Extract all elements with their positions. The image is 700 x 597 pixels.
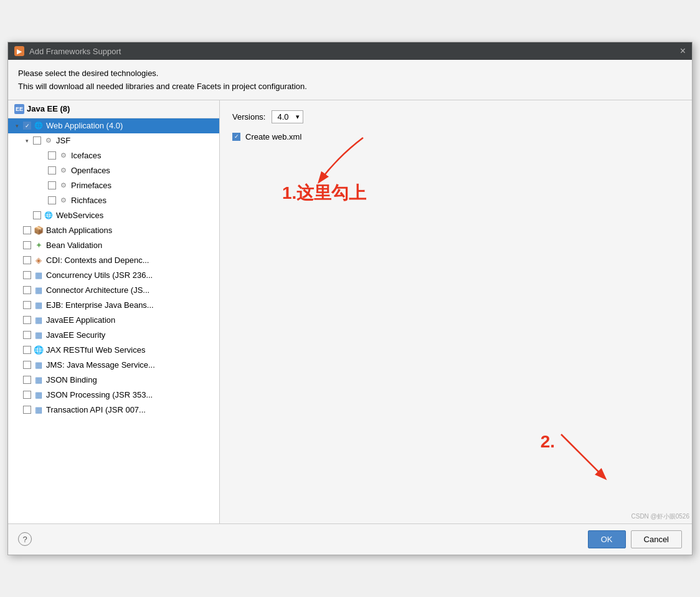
checkbox-jax-rest[interactable]	[23, 346, 31, 354]
item-label-openfaces: Openfaces	[71, 166, 110, 175]
checkbox-web-app[interactable]	[23, 122, 31, 130]
item-label-bean-val: Bean Validation	[46, 241, 102, 250]
tree-item-primefaces[interactable]: ▾ ⚙ Primefaces	[8, 178, 219, 193]
description-line2: This will download all needed libraries …	[18, 80, 682, 93]
icefaces-icon: ⚙	[59, 151, 69, 161]
checkbox-cdi[interactable]	[23, 256, 31, 264]
version-row: Versions: 4.0 3.1 3.0 2.5	[232, 110, 679, 123]
tree-item-connector[interactable]: ▾ ▦ Connector Architecture (JS...	[8, 283, 219, 298]
checkbox-javaee-app[interactable]	[23, 316, 31, 324]
item-label-javaee-sec: JavaEE Security	[46, 330, 105, 340]
json-bind-icon: ▦	[34, 375, 44, 385]
checkbox-json-proc[interactable]	[23, 391, 31, 399]
batch-icon: 📦	[34, 226, 44, 236]
item-label-cdi: CDI: Contexts and Depenc...	[46, 256, 149, 265]
tree-item-bean-val[interactable]: ▾ ✦ Bean Validation	[8, 238, 219, 253]
app-icon: ▶	[14, 46, 24, 56]
richfaces-icon: ⚙	[59, 196, 69, 206]
description-line1: Please select the desired technologies.	[18, 67, 682, 80]
tree-item-jms[interactable]: ▾ ▦ JMS: Java Message Service...	[8, 358, 219, 373]
tree-item-web-app[interactable]: ▾ 🌐 Web Application (4.0)	[8, 118, 219, 133]
title-bar: ▶ Add Frameworks Support ×	[8, 42, 692, 60]
checkbox-connector[interactable]	[23, 286, 31, 294]
annotation-text-1: 1.这里勾上	[282, 181, 366, 205]
close-button[interactable]: ×	[680, 46, 686, 56]
help-button[interactable]: ?	[18, 532, 32, 546]
json-proc-icon: ▦	[34, 390, 44, 400]
webservices-icon: 🌐	[44, 211, 54, 221]
checkbox-bean-val[interactable]	[23, 241, 31, 249]
item-label-connector: Connector Architecture (JS...	[46, 285, 149, 295]
create-webxml-row: Create web.xml	[232, 132, 679, 141]
tree-item-cdi[interactable]: ▾ ◈ CDI: Contexts and Depenc...	[8, 253, 219, 268]
javaee-sec-icon: ▦	[34, 330, 44, 340]
cancel-button[interactable]: Cancel	[631, 530, 682, 548]
left-panel: EE Java EE (8) ▾ 🌐 Web Application (4.0)…	[8, 100, 220, 523]
tree-item-concurrency[interactable]: ▾ ▦ Concurrency Utils (JSR 236...	[8, 268, 219, 283]
item-label-ejb: EJB: Enterprise Java Beans...	[46, 300, 154, 310]
tree-item-openfaces[interactable]: ▾ ⚙ Openfaces	[8, 163, 219, 178]
tree-item-batch[interactable]: ▾ 📦 Batch Applications	[8, 223, 219, 238]
tree-item-jax-rest[interactable]: ▾ 🌐 JAX RESTful Web Services	[8, 343, 219, 358]
tree-item-ejb[interactable]: ▾ ▦ EJB: Enterprise Java Beans...	[8, 298, 219, 313]
checkbox-richfaces[interactable]	[48, 196, 56, 204]
content-area: EE Java EE (8) ▾ 🌐 Web Application (4.0)…	[8, 100, 692, 523]
connector-icon: ▦	[34, 285, 44, 295]
jax-rest-icon: 🌐	[34, 345, 44, 355]
bean-icon: ✦	[34, 241, 44, 251]
checkbox-ejb[interactable]	[23, 301, 31, 309]
versions-label: Versions:	[232, 112, 265, 122]
version-select[interactable]: 4.0 3.1 3.0 2.5	[272, 110, 303, 123]
footer-buttons: OK Cancel	[588, 530, 682, 548]
tree-item-transaction[interactable]: ▾ ▦ Transaction API (JSR 007...	[8, 403, 219, 418]
tree-item-javaee-app[interactable]: ▾ ▦ JavaEE Application	[8, 313, 219, 328]
checkbox-create-webxml[interactable]	[232, 133, 240, 141]
item-label-web-app: Web Application (4.0)	[46, 121, 123, 130]
checkbox-json-bind[interactable]	[23, 376, 31, 384]
transaction-icon: ▦	[34, 405, 44, 415]
web-icon: 🌐	[34, 121, 44, 131]
item-label-json-bind: JSON Binding	[46, 375, 97, 384]
checkbox-openfaces[interactable]	[48, 166, 56, 174]
create-webxml-label: Create web.xml	[245, 132, 301, 141]
checkbox-icefaces[interactable]	[48, 151, 56, 160]
add-frameworks-dialog: ▶ Add Frameworks Support × Please select…	[7, 42, 693, 555]
checkbox-transaction[interactable]	[23, 406, 31, 414]
right-panel: Versions: 4.0 3.1 3.0 2.5 Create web.xml	[220, 100, 692, 523]
item-label-jms: JMS: Java Message Service...	[46, 360, 155, 370]
item-label-concurrency: Concurrency Utils (JSR 236...	[46, 270, 153, 280]
checkbox-primefaces[interactable]	[48, 181, 56, 189]
item-label-transaction: Transaction API (JSR 007...	[46, 405, 146, 414]
version-select-wrapper[interactable]: 4.0 3.1 3.0 2.5	[272, 110, 303, 123]
section-header: EE Java EE (8)	[8, 100, 219, 118]
checkbox-concurrency[interactable]	[23, 271, 31, 279]
primefaces-icon: ⚙	[59, 181, 69, 191]
checkbox-jsf[interactable]	[33, 136, 41, 145]
section-header-label: Java EE (8)	[27, 104, 70, 113]
expand-toggle-web-app: ▾	[13, 122, 21, 130]
ok-button[interactable]: OK	[588, 530, 626, 548]
tree-item-richfaces[interactable]: ▾ ⚙ Richfaces	[8, 193, 219, 208]
checkbox-jms[interactable]	[23, 361, 31, 369]
tree-item-json-bind[interactable]: ▾ ▦ JSON Binding	[8, 373, 219, 388]
item-label-icefaces: Icefaces	[71, 151, 101, 160]
tree-item-icefaces[interactable]: ▾ ⚙ Icefaces	[8, 148, 219, 163]
checkbox-javaee-sec[interactable]	[23, 331, 31, 339]
arrow-2-svg	[542, 428, 617, 490]
tree-item-json-proc[interactable]: ▾ ▦ JSON Processing (JSR 353...	[8, 388, 219, 403]
tree-item-jsf[interactable]: ▾ ⚙ JSF	[8, 133, 219, 148]
annotation-arrow-2	[542, 428, 617, 492]
ejb-icon: ▦	[34, 300, 44, 310]
tree-item-javaee-sec[interactable]: ▾ ▦ JavaEE Security	[8, 328, 219, 343]
tree-item-webservices[interactable]: ▾ 🌐 WebServices	[8, 208, 219, 223]
footer: ? OK Cancel	[8, 523, 692, 555]
item-label-jsf: JSF	[56, 136, 70, 145]
item-label-webservices: WebServices	[56, 211, 103, 220]
checkbox-batch[interactable]	[23, 226, 31, 234]
item-label-batch: Batch Applications	[46, 226, 112, 235]
javaee-section-icon: EE	[14, 104, 24, 114]
openfaces-icon: ⚙	[59, 166, 69, 176]
item-label-json-proc: JSON Processing (JSR 353...	[46, 390, 153, 399]
checkbox-webservices[interactable]	[33, 211, 41, 219]
item-label-javaee-app: JavaEE Application	[46, 315, 115, 325]
